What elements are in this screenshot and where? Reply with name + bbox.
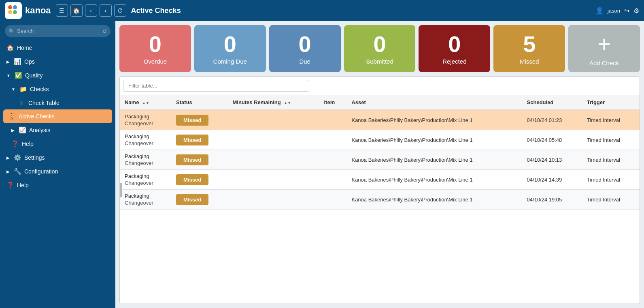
cell-scheduled: 04/10/24 05:48 (522, 130, 582, 150)
topbar: kanoa ☰ 🏠 ‹ › ⏱ Active Checks 👤 jason ↪ … (0, 0, 644, 21)
sidebar-item-analysis[interactable]: ▶ 📈 Analysis (0, 123, 115, 137)
sidebar: 🔍 ↺ 🏠 Home ▶ 📊 Ops ▼ ✅ Quality ▼ 📁 Check… (0, 21, 115, 308)
card-rejected[interactable]: 0 Rejected (419, 25, 490, 72)
history-button[interactable]: ⏱ (114, 4, 126, 17)
card-missed-label: Missed (520, 58, 539, 65)
logout-icon[interactable]: ↪ (624, 7, 629, 15)
cell-asset: Kanoa Bakeries\Philly Bakery\Production\… (346, 130, 522, 150)
card-due-number: 0 (299, 33, 311, 56)
sidebar-item-help-quality[interactable]: ❓ Help (0, 137, 115, 151)
card-coming-due[interactable]: 0 Coming Due (194, 25, 266, 72)
sidebar-item-quality-label: Quality (25, 72, 43, 79)
settings-nav-icon: ⚙️ (14, 154, 21, 161)
table-row[interactable]: Packaging Changeover Missed Kanoa Bakeri… (120, 150, 640, 170)
table-wrapper: Name ▲▼ Status Minutes Remaining ▲▼ (120, 95, 640, 304)
home-button[interactable]: 🏠 (70, 4, 83, 17)
sidebar-item-check-table[interactable]: ≡ Check Table (0, 96, 115, 109)
svg-point-2 (8, 10, 12, 14)
active-checks-nav-icon: 🚶 (8, 113, 15, 120)
search-input[interactable] (5, 25, 111, 37)
sidebar-item-home[interactable]: 🏠 Home (0, 41, 115, 55)
cell-asset: Kanoa Bakeries\Philly Bakery\Production\… (346, 190, 522, 210)
col-scheduled: Scheduled (522, 95, 582, 110)
checks-arrow: ▼ (11, 87, 15, 92)
quality-nav-icon: ✅ (15, 72, 22, 79)
name-line2: Changeover (125, 200, 166, 206)
card-due-label: Due (299, 58, 310, 65)
cell-trigger: Timed Interval (582, 170, 640, 190)
topbar-right: 👤 jason ↪ ⚙ (595, 7, 639, 15)
svg-point-0 (8, 5, 12, 9)
cell-scheduled: 04/10/24 19:05 (522, 190, 582, 210)
summary-cards: 0 Overdue 0 Coming Due 0 Due 0 Submitted… (119, 25, 640, 72)
status-badge: Missed (176, 115, 208, 126)
cell-minutes (227, 110, 319, 130)
sidebar-item-settings[interactable]: ▶ ⚙️ Settings (0, 151, 115, 165)
cell-trigger: Timed Interval (582, 150, 640, 170)
col-minutes: Minutes Remaining ▲▼ (227, 95, 319, 110)
settings-icon[interactable]: ⚙ (633, 7, 639, 15)
analysis-arrow: ▶ (11, 128, 15, 133)
name-sort-icons[interactable]: ▲▼ (142, 101, 149, 105)
cell-status: Missed (171, 150, 227, 170)
collapse-sidebar-button[interactable]: ‹ (119, 183, 122, 197)
sidebar-item-checks[interactable]: ▼ 📁 Checks (0, 82, 115, 96)
configuration-nav-icon: 🔧 (14, 168, 21, 175)
cell-item (319, 110, 346, 130)
name-line1: Packaging (125, 113, 166, 120)
sidebar-item-help-main-label: Help (17, 182, 29, 188)
back-button[interactable]: ‹ (85, 4, 97, 17)
cell-item (319, 130, 346, 150)
cell-scheduled: 04/10/24 01:23 (522, 110, 582, 130)
name-line2: Changeover (125, 140, 166, 146)
name-line2: Changeover (125, 160, 166, 166)
sidebar-item-help-main[interactable]: ❓ Help (0, 178, 115, 192)
sidebar-item-home-label: Home (17, 45, 32, 51)
cell-name: Packaging Changeover (120, 130, 171, 150)
content-area: 0 Overdue 0 Coming Due 0 Due 0 Submitted… (115, 21, 644, 308)
status-badge: Missed (176, 154, 208, 165)
sidebar-item-checks-label: Checks (30, 86, 49, 92)
card-overdue[interactable]: 0 Overdue (119, 25, 191, 72)
card-rejected-number: 0 (448, 33, 461, 56)
sidebar-item-configuration-label: Configuration (24, 168, 58, 175)
sidebar-item-active-checks-label: Active Checks (19, 113, 55, 120)
cell-trigger: Timed Interval (582, 190, 640, 210)
card-missed[interactable]: 5 Missed (493, 25, 565, 72)
hamburger-button[interactable]: ☰ (56, 4, 68, 17)
sidebar-item-ops[interactable]: ▶ 📊 Ops (0, 55, 115, 68)
sidebar-item-analysis-label: Analysis (29, 127, 50, 133)
refresh-icon[interactable]: ↺ (102, 28, 107, 34)
configuration-arrow: ▶ (6, 169, 10, 174)
filter-input[interactable] (123, 80, 309, 92)
sidebar-item-active-checks[interactable]: 🚶 Active Checks (3, 109, 112, 123)
cell-name: Packaging Changeover (120, 150, 171, 170)
checks-nav-icon: 📁 (19, 86, 27, 93)
table-row[interactable]: Packaging Changeover Missed Kanoa Bakeri… (120, 110, 640, 130)
ops-arrow: ▶ (6, 60, 10, 64)
card-due[interactable]: 0 Due (269, 25, 341, 72)
sidebar-item-help-quality-label: Help (22, 141, 34, 147)
table-row[interactable]: Packaging Changeover Missed Kanoa Bakeri… (120, 130, 640, 150)
table-row[interactable]: Packaging Changeover Missed Kanoa Bakeri… (120, 170, 640, 190)
sidebar-item-quality[interactable]: ▼ ✅ Quality (0, 68, 115, 82)
name-line1: Packaging (125, 133, 166, 139)
card-submitted[interactable]: 0 Submitted (344, 25, 416, 72)
name-line2: Changeover (125, 120, 166, 126)
sidebar-item-configuration[interactable]: ▶ 🔧 Configuration (0, 165, 115, 178)
svg-point-1 (13, 5, 17, 9)
cell-trigger: Timed Interval (582, 130, 640, 150)
analysis-nav-icon: 📈 (19, 126, 26, 134)
search-bar: 🔍 ↺ (5, 25, 111, 37)
cell-minutes (227, 130, 319, 150)
help-quality-icon: ❓ (11, 140, 19, 148)
cell-scheduled: 04/10/24 10:13 (522, 150, 582, 170)
forward-button[interactable]: › (100, 4, 112, 17)
minutes-sort-icons[interactable]: ▲▼ (284, 101, 291, 105)
card-overdue-number: 0 (149, 33, 162, 56)
table-row[interactable]: Packaging Changeover Missed Kanoa Bakeri… (120, 190, 640, 210)
name-line1: Packaging (125, 193, 166, 199)
card-add-check[interactable]: + Add Check (568, 25, 640, 72)
cell-asset: Kanoa Bakeries\Philly Bakery\Production\… (346, 170, 522, 190)
settings-arrow: ▶ (6, 156, 10, 160)
